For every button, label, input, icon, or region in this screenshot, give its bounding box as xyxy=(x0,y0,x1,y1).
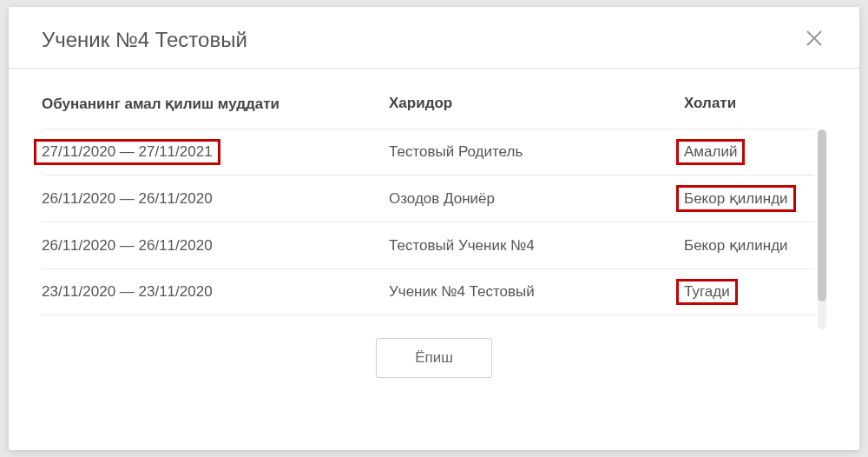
cell-period: 26/11/2020 — 26/11/2020 xyxy=(42,237,389,255)
modal-dialog: Ученик №4 Тестовый Обунанинг амал қилиш … xyxy=(9,7,859,450)
cell-period: 27/11/2020 — 27/11/2021 xyxy=(42,143,389,161)
column-header-buyer: Харидор xyxy=(389,95,684,113)
cell-status: Бекор қилинди xyxy=(684,236,814,255)
highlight-box: Тугади xyxy=(676,279,738,305)
modal-title: Ученик №4 Тестовый xyxy=(42,28,247,52)
cell-buyer: Озодов Дониёр xyxy=(389,190,684,208)
column-header-period: Обунанинг амал қилиш муддати xyxy=(42,95,389,113)
table-row: 27/11/2020 — 27/11/2021Тестовый Родитель… xyxy=(42,129,814,176)
cell-period: 26/11/2020 — 26/11/2020 xyxy=(42,190,389,208)
cell-status: Тугади xyxy=(684,283,814,301)
highlight-box: Бекор қилинди xyxy=(676,185,796,212)
table-header: Обунанинг амал қилиш муддати Харидор Хол… xyxy=(42,95,814,129)
scrollbar[interactable] xyxy=(818,129,826,329)
subscriptions-table: Обунанинг амал қилиш муддати Харидор Хол… xyxy=(42,95,826,315)
table-body: 27/11/2020 — 27/11/2021Тестовый Родитель… xyxy=(42,129,814,315)
modal-footer: Ёпиш xyxy=(42,315,826,378)
highlight-box: 27/11/2020 — 27/11/2021 xyxy=(34,139,220,165)
scrollbar-thumb[interactable] xyxy=(818,129,826,301)
table-row: 26/11/2020 — 26/11/2020Озодов ДониёрБеко… xyxy=(42,176,814,222)
highlight-box: Амалий xyxy=(676,139,745,165)
cell-period: 23/11/2020 — 23/11/2020 xyxy=(42,283,389,301)
cell-status: Бекор қилинди xyxy=(684,189,814,208)
table-row: 23/11/2020 — 23/11/2020Ученик №4 Тестовы… xyxy=(42,269,814,315)
cell-buyer: Ученик №4 Тестовый xyxy=(389,283,684,301)
close-button[interactable]: Ёпиш xyxy=(376,338,492,378)
cell-buyer: Тестовый Родитель xyxy=(389,143,684,161)
cell-status: Амалий xyxy=(684,143,814,161)
close-icon[interactable] xyxy=(802,26,826,54)
modal-header: Ученик №4 Тестовый xyxy=(9,7,859,69)
cell-buyer: Тестовый Ученик №4 xyxy=(389,237,684,255)
table-row: 26/11/2020 — 26/11/2020Тестовый Ученик №… xyxy=(42,222,814,269)
column-header-status: Холати xyxy=(684,95,814,113)
modal-body: Обунанинг амал қилиш муддати Харидор Хол… xyxy=(9,69,859,378)
